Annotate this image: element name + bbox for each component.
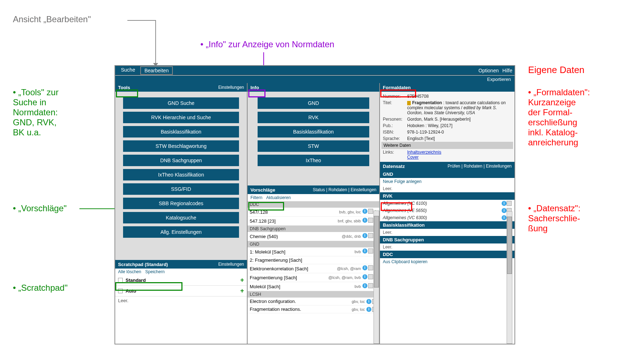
link-cover[interactable]: Cover <box>407 155 419 160</box>
tools-body: GND SucheRVK Hierarchie und SucheBasiskl… <box>115 92 247 260</box>
speichern-link[interactable]: Speichern <box>145 269 165 274</box>
info-icon[interactable]: i <box>362 233 367 238</box>
copy-icon[interactable] <box>368 265 373 270</box>
menu-hilfe[interactable]: Hilfe <box>502 68 512 73</box>
copy-icon[interactable] <box>368 233 373 238</box>
vorschlaege-row: 547.128 [23]bnf, gbv, sbibi+ <box>248 217 379 226</box>
datensatz-leer: Leer. <box>380 185 514 192</box>
datensatz-group-header: RVK <box>380 192 514 200</box>
tab-bearbeiten[interactable]: Bearbeiten <box>140 66 173 75</box>
vorschlaege-einstellungen[interactable]: Einstellungen <box>351 187 376 192</box>
pruefen-link[interactable]: Prüfen <box>448 164 460 169</box>
scratchpad-einstellungen[interactable]: Einstellungen <box>218 262 244 267</box>
link-inhaltsverzeichnis[interactable]: Inhaltsverzeichnis <box>407 150 441 155</box>
alle-loeschen-link[interactable]: Alle löschen <box>118 269 141 274</box>
vorschlaege-row: Fragmentierung [Sach]@lcsh, @ram, bvbi+ <box>248 273 379 282</box>
tools-button[interactable]: IxTheo Klassifikation <box>123 169 239 180</box>
tools-button[interactable]: Katalogsuche <box>123 212 239 223</box>
tools-button[interactable]: GND Suche <box>123 97 239 109</box>
copy-icon[interactable] <box>368 248 373 254</box>
info-button[interactable]: STW <box>258 140 369 152</box>
add-icon[interactable]: + <box>240 287 244 295</box>
info-icon[interactable]: i <box>502 215 507 220</box>
ds-einstellungen[interactable]: Einstellungen <box>486 164 512 169</box>
menu-optionen[interactable]: Optionen <box>478 68 499 73</box>
scratchpad-row: Auto+ <box>115 286 247 296</box>
formaldaten-header: Formaldaten <box>380 83 514 92</box>
annotation-scratchpad: • „Scratchpad" <box>13 283 68 293</box>
annotation-heading: Ansicht „Bearbeiten" <box>13 14 91 24</box>
scratchpad-leer: Leer. <box>115 296 247 305</box>
info-button[interactable]: IxTheo <box>258 155 369 166</box>
annotation-formaldaten: • „Formaldaten": Kurzanzeige der Formal-… <box>528 87 590 148</box>
datensatz-row: Allgemeines (VC 6300)i <box>380 214 514 221</box>
titel-value: Fragmentation : toward accurate calculat… <box>407 100 512 115</box>
vorschlaege-row: Elektronenkorrelation [Sach]@lcsh, @rami… <box>248 264 379 273</box>
datensatz-scrollbar[interactable] <box>507 211 512 344</box>
tools-header: Tools Einstellungen <box>115 83 247 92</box>
annotation-datensatz: • „Datensatz": Sacherschlie- ßung <box>528 203 580 233</box>
info-icon[interactable]: i <box>362 265 367 270</box>
app-window: Suche Bearbeiten Optionen Hilfe Exportie… <box>114 65 515 344</box>
exportieren-link[interactable]: Exportieren <box>487 77 511 82</box>
vorschlaege-row: Chemie (540)@ddc, dnbi+ <box>248 232 379 241</box>
info-body: GNDRVKBasisklassifikationSTWIxTheo <box>248 92 379 185</box>
info-icon[interactable]: i <box>362 274 367 279</box>
scratchpad-row: Standard+ <box>115 275 247 286</box>
info-icon[interactable]: i <box>502 201 507 206</box>
scratchpad-header: Scratchpad (Standard) Einstellungen <box>115 260 247 269</box>
ds-rohdaten-link[interactable]: Rohdaten <box>464 164 482 169</box>
info-icon[interactable]: i <box>366 307 371 312</box>
status-link[interactable]: Status <box>313 187 325 192</box>
rohdaten-link[interactable]: Rohdaten <box>328 187 347 192</box>
copy-icon[interactable] <box>368 218 373 223</box>
info-icon[interactable]: i <box>362 283 367 288</box>
copy-icon[interactable] <box>368 283 373 288</box>
book-icon <box>407 101 411 105</box>
copy-icon[interactable] <box>507 201 512 206</box>
info-button[interactable]: RVK <box>258 112 369 123</box>
info-button[interactable]: Basisklassifikation <box>258 126 369 137</box>
vorschlaege-scrollbar[interactable] <box>374 211 379 344</box>
info-button[interactable]: GND <box>258 97 369 109</box>
subbar: Exportieren <box>115 75 514 83</box>
aktualisieren-link[interactable]: Aktualisieren <box>266 195 291 200</box>
info-icon[interactable]: i <box>362 209 367 214</box>
filtern-link[interactable]: Filtern <box>250 195 262 200</box>
tools-button[interactable]: Allg. Einstellungen <box>123 226 239 238</box>
tools-button[interactable]: SBB Regionalcodes <box>123 198 239 209</box>
tab-suche[interactable]: Suche <box>117 66 139 75</box>
datensatz-group-header: DDC <box>380 251 514 258</box>
nummer-value: 875945708 <box>407 94 512 99</box>
tools-button[interactable]: DNB Sachgruppen <box>123 155 239 166</box>
tools-button[interactable]: Basisklassifikation <box>123 126 239 137</box>
vorschlaege-group-header: GND <box>248 241 379 247</box>
copy-icon[interactable] <box>368 274 373 279</box>
checkbox[interactable] <box>118 278 123 283</box>
tools-button[interactable]: STW Beschlagwortung <box>123 140 239 152</box>
pub-value: Hoboken : Wiley, [2017] <box>407 123 512 128</box>
datensatz-row: Allgemeines (VE 5650)i <box>380 207 514 214</box>
vorschlaege-group-header: DDC <box>248 201 379 208</box>
annotation-vorschlaege: • „Vorschläge" <box>13 203 67 213</box>
scratchpad-links: Alle löschen Speichern <box>115 269 247 275</box>
copy-icon[interactable] <box>368 209 373 214</box>
tools-button[interactable]: SSG/FID <box>123 183 239 195</box>
topbar: Suche Bearbeiten Optionen Hilfe <box>115 66 514 75</box>
add-icon[interactable]: + <box>240 276 244 284</box>
vorschlaege-row: Fragmentation reactions.gbv, loci <box>248 305 379 313</box>
vorschlaege-row: Electron configuration.gbv, loci <box>248 298 379 305</box>
datensatz-leer: Leer. <box>380 229 514 236</box>
annotation-info: • „Info" zur Anzeige von Normdaten <box>200 39 334 49</box>
personen-value: Gordon, Mark S. [HerausgeberIn] <box>407 117 512 122</box>
info-icon[interactable]: i <box>362 218 367 223</box>
weitere-daten[interactable]: Weitere Daten <box>381 142 513 149</box>
info-icon[interactable]: i <box>362 248 367 254</box>
isbn-value: 978-1-119-12924-0 <box>407 130 512 135</box>
info-icon[interactable]: i <box>366 299 371 304</box>
info-icon[interactable]: i <box>502 208 507 213</box>
tools-button[interactable]: RVK Hierarchie und Suche <box>123 112 239 123</box>
checkbox[interactable] <box>118 289 123 293</box>
annotation-eigene-daten: Eigene Daten <box>528 64 585 76</box>
tools-einstellungen[interactable]: Einstellungen <box>218 85 244 90</box>
